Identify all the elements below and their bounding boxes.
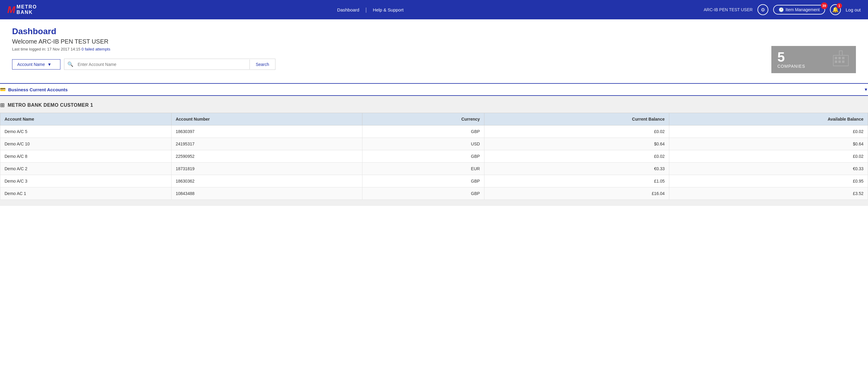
credit-card-icon: 💳 [0, 87, 6, 92]
col-available-balance: Available Balance [669, 113, 868, 126]
cell-currency: GBP [363, 150, 485, 163]
cell-current-balance: $0.64 [484, 138, 669, 150]
logo-bank: BANK [17, 10, 37, 15]
nav-divider: | [366, 7, 367, 13]
table-row: Demo A/C 2 18731819 EUR €0.33 €0.33 [0, 163, 868, 175]
col-current-balance: Current Balance [484, 113, 669, 126]
cell-available-balance: €0.33 [669, 163, 868, 175]
table-header-row: Account Name Account Number Currency Cur… [0, 113, 868, 126]
svg-rect-7 [839, 51, 842, 55]
section-chevron-icon[interactable]: ▼ [864, 87, 868, 92]
svg-rect-4 [835, 60, 837, 63]
header-right: ARC-IB PEN TEST USER ⚙ 🕐 Item Management… [704, 4, 861, 15]
settings-button[interactable]: ⚙ [757, 4, 768, 15]
welcome-text: Welcome ARC-IB PEN TEST USER [12, 38, 856, 45]
companies-count: 5 COMPANIES [777, 51, 805, 68]
header-nav: Dashboard | Help & Support [337, 7, 403, 13]
cell-available-balance: £3.52 [669, 188, 868, 200]
cell-account-number: 24195317 [171, 138, 363, 150]
table-row: Demo A/C 10 24195317 USD $0.64 $0.64 [0, 138, 868, 150]
table-row: Demo A/C 8 22590952 GBP £0.02 £0.02 [0, 150, 868, 163]
search-input[interactable] [76, 60, 249, 69]
cell-account-number: 18731819 [171, 163, 363, 175]
cell-current-balance: £0.02 [484, 150, 669, 163]
item-management-label: Item Management [785, 7, 820, 12]
search-input-container: 🔍 Search [64, 59, 275, 70]
item-management-badge: 39 [821, 2, 828, 9]
cell-currency: USD [363, 138, 485, 150]
nav-help-link[interactable]: Help & Support [373, 7, 403, 12]
svg-rect-6 [842, 60, 844, 63]
notification-badge: 1 [837, 3, 842, 8]
svg-rect-3 [842, 57, 844, 59]
search-button[interactable]: Search [249, 60, 275, 69]
chevron-down-icon: ▼ [48, 62, 52, 67]
cell-current-balance: €0.33 [484, 163, 669, 175]
logo[interactable]: M METRO BANK [7, 4, 37, 15]
svg-rect-2 [838, 57, 841, 59]
cell-available-balance: £0.02 [669, 126, 868, 138]
logo-metro: METRO [17, 4, 37, 10]
cell-account-number: 18630362 [171, 175, 363, 188]
table-body: Demo A/C 5 18630397 GBP £0.02 £0.02 Demo… [0, 126, 868, 200]
table-row: Demo AC 1 10843488 GBP £16.04 £3.52 [0, 188, 868, 200]
logo-text: METRO BANK [17, 4, 37, 15]
cell-current-balance: £1.05 [484, 175, 669, 188]
page-title: Dashboard [12, 27, 856, 36]
cell-current-balance: £16.04 [484, 188, 669, 200]
cell-account-number: 18630397 [171, 126, 363, 138]
search-section: Account Name ▼ 🔍 Search [12, 59, 856, 70]
logo-m-icon: M [7, 5, 16, 15]
username-label: ARC-IB PEN TEST USER [704, 7, 753, 12]
section-header: 💳 Business Current Accounts ▼ [0, 83, 868, 96]
cell-currency: EUR [363, 163, 485, 175]
failed-attempts: 0 failed attempts [82, 47, 110, 51]
search-icon: 🔍 [64, 59, 76, 69]
cell-account-name[interactable]: Demo A/C 3 [0, 175, 172, 188]
cell-account-name[interactable]: Demo A/C 8 [0, 150, 172, 163]
content-area: Dashboard Welcome ARC-IB PEN TEST USER L… [0, 19, 868, 83]
table-row: Demo A/C 5 18630397 GBP £0.02 £0.02 [0, 126, 868, 138]
cell-currency: GBP [363, 126, 485, 138]
grid-icon: ⊞ [0, 102, 5, 109]
table-header: Account Name Account Number Currency Cur… [0, 113, 868, 126]
notification-button[interactable]: 🔔 1 [830, 4, 841, 15]
cell-account-number: 10843488 [171, 188, 363, 200]
cell-available-balance: £0.02 [669, 150, 868, 163]
account-name-dropdown[interactable]: Account Name ▼ [12, 59, 60, 69]
svg-rect-5 [838, 60, 841, 63]
cell-account-name[interactable]: Demo A/C 10 [0, 138, 172, 150]
cell-account-name[interactable]: Demo AC 1 [0, 188, 172, 200]
col-currency: Currency [363, 113, 485, 126]
cell-current-balance: £0.02 [484, 126, 669, 138]
dropdown-label: Account Name [17, 62, 45, 67]
col-account-number: Account Number [171, 113, 363, 126]
last-login-text: Last time logged in: 17 Nov 2017 14:15 0… [12, 47, 856, 51]
building-icon [832, 49, 850, 70]
companies-widget: 5 COMPANIES [771, 46, 856, 73]
cell-account-name[interactable]: Demo A/C 5 [0, 126, 172, 138]
gear-icon: ⚙ [761, 7, 765, 13]
main-content: 5 COMPANIES Dashboard Welcome ARC-IB PEN… [0, 19, 868, 390]
col-account-name: Account Name [0, 113, 172, 126]
svg-rect-1 [835, 57, 837, 59]
cell-account-number: 22590952 [171, 150, 363, 163]
logout-button[interactable]: Log out [846, 7, 861, 12]
accounts-table: Account Name Account Number Currency Cur… [0, 113, 868, 200]
company-header: ⊞ METRO BANK DEMO CUSTOMER 1 [0, 102, 868, 109]
cell-available-balance: $0.64 [669, 138, 868, 150]
nav-dashboard-link[interactable]: Dashboard [337, 7, 359, 12]
table-row: Demo A/C 3 18630362 GBP £1.05 £0.95 [0, 175, 868, 188]
page-wrapper: 5 COMPANIES Dashboard Welcome ARC-IB PEN… [0, 19, 868, 206]
section-title: 💳 Business Current Accounts [0, 87, 68, 92]
company-name: METRO BANK DEMO CUSTOMER 1 [8, 103, 93, 108]
clock-icon: 🕐 [779, 7, 784, 12]
cell-currency: GBP [363, 188, 485, 200]
header: M METRO BANK Dashboard | Help & Support … [0, 0, 868, 19]
company-section: ⊞ METRO BANK DEMO CUSTOMER 1 Account Nam… [0, 96, 868, 206]
cell-currency: GBP [363, 175, 485, 188]
cell-available-balance: £0.95 [669, 175, 868, 188]
cell-account-name[interactable]: Demo A/C 2 [0, 163, 172, 175]
item-management-button[interactable]: 🕐 Item Management 39 [773, 5, 825, 15]
